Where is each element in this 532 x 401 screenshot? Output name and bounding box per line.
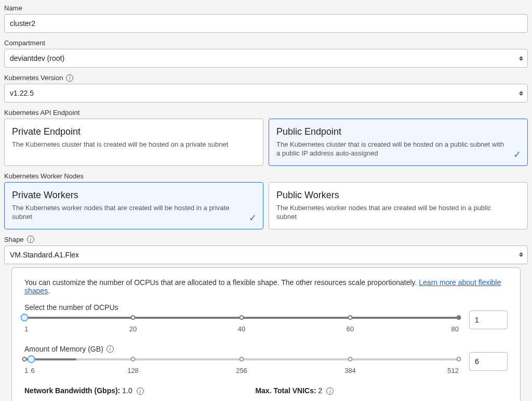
memory-slider[interactable] [24,355,459,365]
info-icon[interactable]: i [137,387,144,395]
api-endpoint-private-card[interactable]: Private Endpoint The Kubernetes cluster … [4,119,263,166]
tick-label: 6 [31,367,35,374]
shape-value: VM.Standard.A1.Flex [10,251,79,259]
card-title: Private Workers [12,190,256,201]
info-icon[interactable]: i [66,74,73,82]
tick-label: 128 [127,367,139,374]
worker-private-card[interactable]: Private Workers The Kubernetes worker no… [4,182,263,229]
tick-label: 60 [347,325,354,333]
memory-label: Amount of Memory (GB) [24,345,103,353]
memory-value-input[interactable]: 6 [469,352,508,371]
vnics-metric: Max. Total VNICs: 2 i [255,386,334,395]
tick-label: 384 [344,367,356,374]
shape-intro-text: You can customize the number of OCPUs th… [24,278,508,295]
chevron-updown-icon [519,252,523,257]
ocpu-label: Select the number of OCPUs [24,303,508,312]
compartment-label: Compartment [4,39,528,47]
card-desc: The Kubernetes worker nodes that are cre… [276,204,520,222]
k8s-version-label: Kubernetes Version [4,74,63,82]
tick-label: 80 [451,325,459,333]
info-icon[interactable]: i [27,236,34,243]
tick-label: 1 [24,367,28,374]
card-desc: The Kubernetes cluster that is created w… [276,140,520,158]
k8s-version-value: v1.22.5 [10,89,34,97]
compartment-select[interactable]: deviantdev (root) [4,49,528,68]
ocpu-slider[interactable] [24,314,459,323]
chevron-updown-icon [519,56,523,61]
ocpu-value-input[interactable]: 1 [469,311,508,329]
shape-select[interactable]: VM.Standard.A1.Flex [4,245,528,264]
card-title: Private Endpoint [12,126,256,137]
chevron-updown-icon [519,91,523,96]
api-endpoint-public-card[interactable]: Public Endpoint The Kubernetes cluster t… [269,119,528,166]
worker-public-card[interactable]: Public Workers The Kubernetes worker nod… [269,182,528,229]
card-title: Public Workers [276,190,520,201]
shape-config-panel: You can customize the number of OCPUs th… [11,267,521,401]
tick-label: 1 [24,325,28,333]
tick-label: 256 [236,367,247,374]
info-icon[interactable]: i [107,345,114,353]
k8s-version-select[interactable]: v1.22.5 [4,84,528,102]
info-icon[interactable]: i [326,387,334,395]
check-icon: ✓ [513,149,521,160]
card-title: Public Endpoint [276,126,520,137]
shape-label: Shape [4,236,24,243]
check-icon: ✓ [249,212,257,224]
compartment-value: deviantdev (root) [10,54,64,62]
bandwidth-metric: Network Bandwidth (Gbps): 1.0 i [24,386,144,395]
name-label: Name [4,4,528,12]
tick-label: 20 [129,325,137,333]
worker-nodes-label: Kubernetes Worker Nodes [4,172,528,180]
api-endpoint-label: Kubernetes API Endpoint [4,109,528,117]
name-input[interactable] [4,14,528,33]
card-desc: The Kubernetes worker nodes that are cre… [12,204,256,222]
tick-label: 40 [238,325,245,333]
card-desc: The Kubernetes cluster that is created w… [12,140,256,149]
tick-label: 512 [447,367,459,374]
